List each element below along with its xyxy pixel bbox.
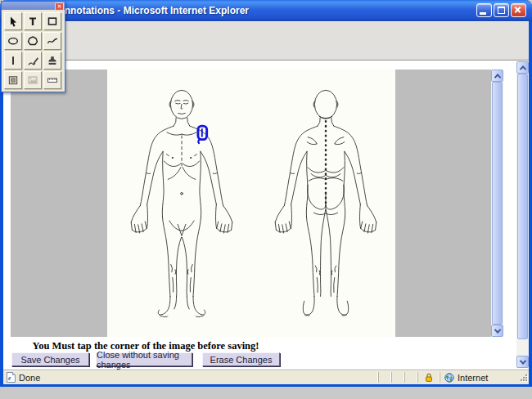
tool-curve[interactable]	[43, 32, 61, 50]
palette-close-button[interactable]	[55, 2, 64, 11]
browser-scrollbar[interactable]	[516, 61, 529, 368]
maximize-icon	[498, 7, 505, 14]
tool-rectangle[interactable]	[43, 12, 61, 30]
ellipse-icon	[7, 35, 19, 47]
inner-scroll-up-button[interactable]	[491, 69, 503, 82]
inner-scrollbar[interactable]	[491, 69, 503, 337]
chevron-up-icon	[494, 74, 500, 80]
pointer-icon	[7, 16, 20, 28]
line-icon	[7, 55, 19, 66]
globe-icon	[444, 373, 454, 383]
tool-filled-rectangle[interactable]	[4, 71, 22, 89]
erase-changes-button[interactable]: Erase Changes	[202, 352, 280, 366]
browser-scroll-up-button[interactable]	[516, 61, 529, 74]
text-icon	[27, 16, 38, 27]
diagram-frame	[11, 69, 503, 337]
tool-image[interactable]	[24, 71, 42, 89]
polygon-icon	[27, 35, 38, 47]
tool-pen[interactable]	[24, 52, 42, 69]
status-text: Done	[19, 373, 40, 383]
tool-line[interactable]	[4, 52, 22, 69]
minimize-icon	[480, 12, 486, 15]
annotation-tool-palette	[1, 1, 65, 92]
action-buttons: Save Changes Close without saving change…	[11, 352, 280, 366]
ruler-icon	[47, 74, 58, 86]
tool-text[interactable]	[24, 12, 42, 30]
filled-rectangle-icon	[7, 74, 19, 86]
body-back-figure	[266, 81, 385, 326]
screen: { "window": { "title": "Annotations - Mi…	[0, 0, 532, 399]
page-content: You Must tap the corner of the image bef…	[3, 61, 529, 370]
chevron-down-icon	[519, 357, 525, 364]
svg-text:e: e	[8, 374, 11, 382]
maximize-button[interactable]	[494, 3, 509, 17]
body-front-figure	[122, 81, 241, 326]
inner-scrollbar-thumb[interactable]	[492, 82, 503, 325]
close-without-saving-button[interactable]: Close without saving changes	[96, 352, 192, 366]
curve-icon	[47, 35, 58, 47]
browser-window: Annotations - Microsoft Internet Explore…	[0, 0, 532, 387]
resize-grip[interactable]	[518, 372, 529, 383]
tool-ellipse[interactable]	[4, 32, 22, 50]
browser-scroll-down-button[interactable]	[516, 356, 529, 368]
tool-stamp[interactable]	[43, 52, 61, 69]
stamp-icon	[47, 55, 58, 66]
image-icon	[27, 74, 38, 86]
body-diagram-canvas[interactable]	[107, 69, 395, 337]
security-zone-label: Internet	[458, 373, 488, 383]
save-changes-button[interactable]: Save Changes	[11, 352, 89, 366]
browser-scrollbar-thumb[interactable]	[517, 74, 528, 339]
chevron-up-icon	[519, 65, 525, 72]
tool-polygon[interactable]	[24, 32, 42, 50]
chevron-down-icon	[494, 326, 500, 333]
empty-toolbar-band	[3, 21, 529, 61]
inner-scroll-down-button[interactable]	[491, 325, 503, 337]
tool-pointer[interactable]	[4, 12, 22, 30]
ie-page-icon: e	[7, 372, 16, 383]
title-bar[interactable]: Annotations - Microsoft Internet Explore…	[0, 0, 532, 21]
status-bar: e Done Intern	[3, 370, 529, 384]
pen-icon	[27, 55, 39, 67]
palette-title-bar[interactable]	[2, 2, 65, 10]
close-button[interactable]	[511, 3, 526, 17]
tool-ruler[interactable]	[43, 71, 61, 89]
minimize-button[interactable]	[476, 3, 492, 17]
rectangle-icon	[47, 16, 58, 27]
lock-icon	[425, 373, 433, 383]
window-title: Annotations - Microsoft Internet Explore…	[57, 5, 249, 16]
